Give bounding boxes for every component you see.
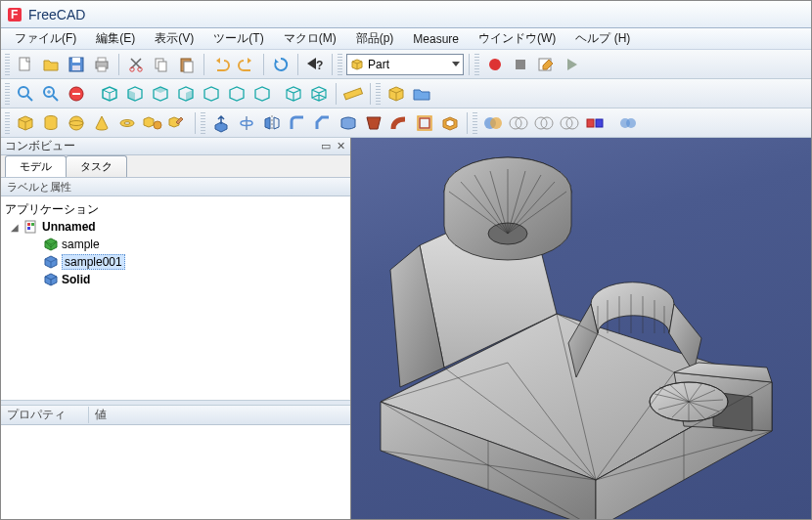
toolbar-grip[interactable] [473, 112, 477, 134]
copy-button[interactable] [150, 53, 173, 76]
view-rear-button[interactable] [200, 82, 223, 106]
part-sweep-button[interactable] [387, 111, 411, 135]
print-button[interactable] [90, 53, 113, 76]
cut-bool-button[interactable] [507, 111, 530, 135]
part-extrude-button[interactable] [209, 111, 233, 135]
macro-stop-button[interactable] [509, 53, 532, 76]
boolean-button[interactable] [481, 111, 505, 135]
tree-item[interactable]: sample [1, 236, 350, 253]
expand-icon[interactable]: ◢ [9, 222, 21, 233]
part-builder-button[interactable] [166, 111, 190, 135]
part-primitives-button[interactable] [141, 111, 164, 135]
zoom-fit-button[interactable] [14, 82, 37, 106]
draw-style-button[interactable] [65, 82, 88, 106]
svg-point-28 [124, 121, 130, 124]
menu-view[interactable]: 表示(V) [145, 28, 203, 49]
toolbar-grip[interactable] [376, 83, 381, 105]
view-bottom-button[interactable] [225, 82, 248, 106]
part-cone-button[interactable] [90, 111, 113, 135]
part-offset-button[interactable] [413, 111, 436, 135]
toolbar-grip[interactable] [338, 54, 342, 75]
view-iso-button[interactable] [98, 82, 121, 106]
new-button[interactable] [14, 53, 37, 76]
menu-tools[interactable]: ツール(T) [203, 28, 273, 49]
part-cylinder-button[interactable] [39, 111, 63, 135]
mesh-icon [43, 237, 59, 252]
mesh-render [351, 138, 811, 519]
svg-text:F: F [11, 8, 18, 22]
tree-root[interactable]: アプリケーション [1, 200, 350, 218]
zoom-sel-button[interactable] [39, 82, 63, 106]
menu-measure[interactable]: Measure [403, 30, 469, 48]
svg-rect-45 [31, 223, 34, 226]
macro-edit-button[interactable] [534, 53, 558, 76]
svg-rect-2 [20, 58, 29, 70]
tab-model[interactable]: モデル [5, 155, 67, 177]
tree-item[interactable]: Solid [1, 271, 350, 288]
tree-document[interactable]: ◢ Unnamed [1, 218, 350, 236]
compound-button[interactable] [616, 111, 640, 135]
save-button[interactable] [65, 53, 88, 76]
part-mirror-button[interactable] [260, 111, 284, 135]
part-revolve-button[interactable] [235, 111, 258, 135]
whats-this-button[interactable]: ? [303, 53, 327, 76]
group-button[interactable] [410, 82, 433, 106]
menu-part[interactable]: 部品(p) [346, 28, 404, 49]
cut-button[interactable] [124, 53, 148, 76]
part-sphere-button[interactable] [65, 111, 88, 135]
titlebar: F FreeCAD [1, 1, 811, 28]
3d-viewport[interactable] [351, 138, 811, 519]
menu-window[interactable]: ウインドウ(W) [469, 28, 565, 49]
undo-button[interactable] [209, 53, 233, 76]
view-top-button[interactable] [149, 82, 172, 106]
part-chamfer-button[interactable] [311, 111, 335, 135]
tree-header: ラベルと属性 [1, 177, 350, 196]
panel-title: コンボビュー [5, 138, 75, 154]
toolbar-grip[interactable] [5, 54, 10, 75]
toolbar-grip[interactable] [5, 83, 10, 105]
measure-button[interactable] [341, 82, 365, 106]
toolbar-grip[interactable] [5, 112, 10, 134]
panel-float-icon[interactable]: ▭ [320, 141, 332, 152]
view-front-button[interactable] [123, 82, 147, 106]
toolbar-part [1, 108, 811, 138]
menubar: ファイル(F) 編集(E) 表示(V) ツール(T) マクロ(M) 部品(p) … [1, 28, 811, 50]
part-box-button[interactable] [14, 111, 37, 135]
svg-rect-5 [72, 65, 80, 70]
view-right-button[interactable] [174, 82, 198, 106]
common-button[interactable] [558, 111, 581, 135]
refresh-button[interactable] [269, 53, 293, 76]
toolbar-grip[interactable] [474, 54, 479, 75]
view-wire2-button[interactable] [307, 82, 331, 106]
menu-file[interactable]: ファイル(F) [5, 28, 86, 49]
macro-record-button[interactable] [483, 53, 507, 76]
part-wb-button[interactable] [384, 82, 408, 106]
panel-close-icon[interactable]: ✕ [335, 141, 346, 152]
menu-edit[interactable]: 編集(E) [86, 28, 145, 49]
chevron-down-icon [452, 62, 460, 66]
workbench-label: Part [368, 58, 389, 71]
part-ruled-button[interactable] [337, 111, 360, 135]
tab-tasks[interactable]: タスク [66, 155, 127, 177]
part-fillet-button[interactable] [286, 111, 309, 135]
tree-view[interactable]: アプリケーション ◢ Unnamed sample sample001 Soli… [1, 196, 350, 400]
menu-macro[interactable]: マクロ(M) [274, 28, 346, 49]
part-loft-button[interactable] [362, 111, 385, 135]
macro-run-button[interactable] [560, 53, 583, 76]
open-button[interactable] [39, 53, 63, 76]
part-thickness-button[interactable] [438, 111, 462, 135]
svg-rect-39 [587, 119, 594, 127]
svg-rect-44 [27, 223, 30, 226]
property-area[interactable] [1, 425, 350, 519]
join-connect-button[interactable] [583, 111, 607, 135]
redo-button[interactable] [235, 53, 258, 76]
workbench-selector[interactable]: Part [346, 54, 464, 75]
view-left-button[interactable] [250, 82, 274, 106]
view-wire1-button[interactable] [282, 82, 305, 106]
fuse-button[interactable] [532, 111, 556, 135]
menu-help[interactable]: ヘルプ (H) [565, 28, 640, 49]
part-torus-button[interactable] [115, 111, 139, 135]
toolbar-grip[interactable] [201, 112, 205, 134]
tree-item[interactable]: sample001 [1, 253, 350, 271]
paste-button[interactable] [175, 53, 199, 76]
